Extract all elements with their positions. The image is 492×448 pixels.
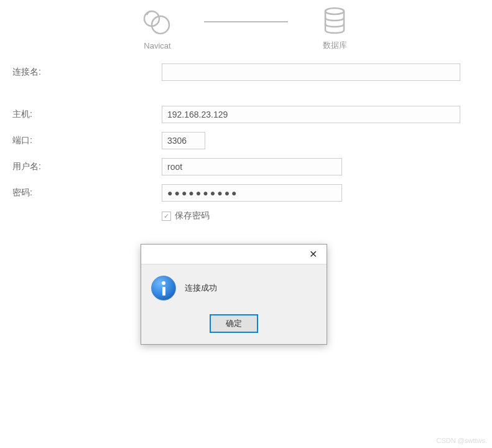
connector-line [204,21,288,22]
navicat-logo-icon [142,6,173,37]
save-password-label: 保存密码 [175,210,210,222]
port-label: 端口: [12,135,162,146]
port-input[interactable] [162,132,205,149]
close-icon[interactable]: ✕ [299,245,327,264]
info-icon [151,276,176,301]
host-input[interactable] [162,106,460,123]
save-password-checkbox[interactable]: ✓ [162,212,171,221]
username-input[interactable] [162,158,342,175]
connection-name-input[interactable] [162,63,460,81]
database-icon [319,5,350,36]
svg-point-2 [325,8,344,14]
password-input[interactable] [162,184,342,202]
password-label: 密码: [12,187,162,198]
username-label: 用户名: [12,161,162,172]
host-label: 主机: [12,109,162,120]
watermark-text: CSDN @swttws. [437,437,487,444]
database-label: 数据库 [323,40,347,51]
message-dialog: ✕ 连接成功 确定 [141,244,327,345]
navicat-label: Navicat [144,41,170,50]
ok-button[interactable]: 确定 [210,314,258,333]
dialog-message: 连接成功 [185,282,217,294]
connection-name-label: 连接名: [12,67,162,78]
